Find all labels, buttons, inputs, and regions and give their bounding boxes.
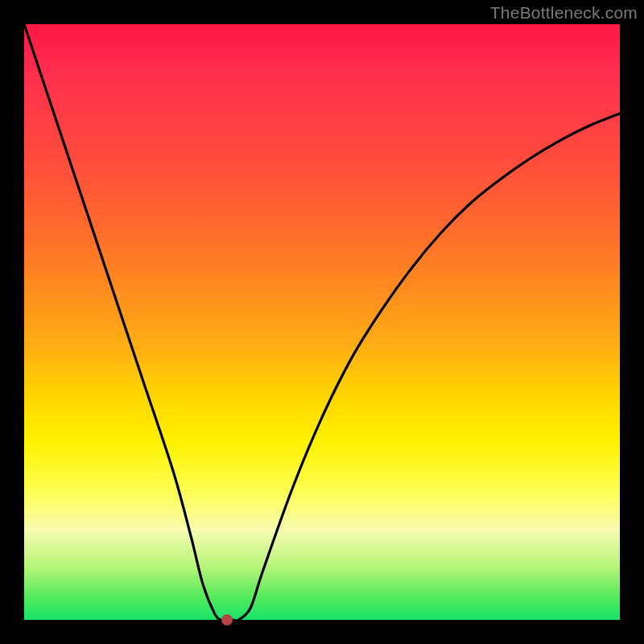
chart-frame: TheBottleneck.com: [0, 0, 644, 644]
optimum-marker: [221, 614, 233, 625]
plot-area: [24, 24, 620, 620]
curve-svg: [24, 24, 620, 620]
bottleneck-curve: [24, 24, 620, 620]
watermark-text: TheBottleneck.com: [490, 3, 638, 23]
